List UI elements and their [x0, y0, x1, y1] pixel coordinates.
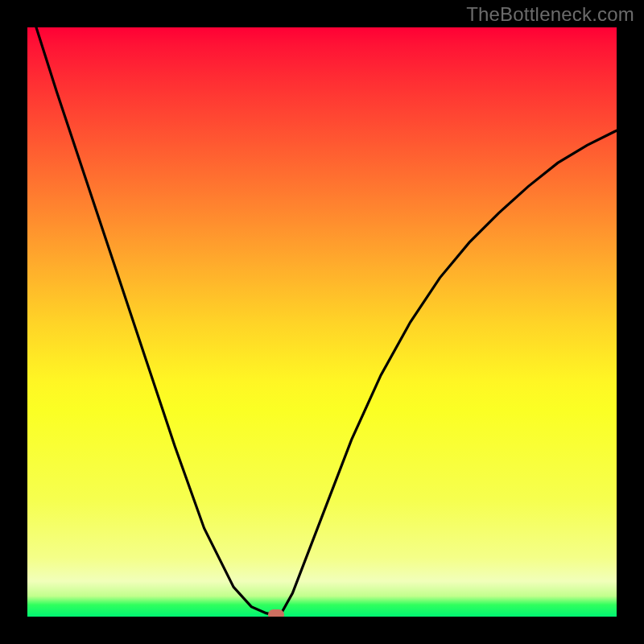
curve-right-branch [281, 130, 617, 614]
plot-area [27, 27, 617, 617]
bottleneck-curve [27, 27, 617, 617]
curve-left-branch [36, 27, 271, 614]
minimum-marker [268, 609, 284, 617]
watermark-text: TheBottleneck.com [466, 3, 634, 26]
